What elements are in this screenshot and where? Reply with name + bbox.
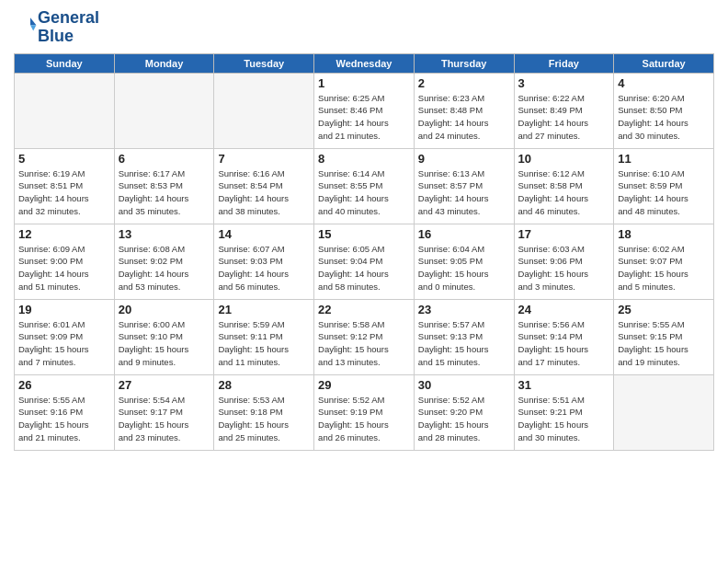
weekday-header: Monday bbox=[114, 53, 214, 73]
day-info: Sunrise: 6:23 AMSunset: 8:48 PMDaylight:… bbox=[418, 92, 510, 143]
day-number: 16 bbox=[418, 227, 510, 241]
calendar-cell: 20Sunrise: 6:00 AMSunset: 9:10 PMDayligh… bbox=[114, 299, 214, 374]
day-number: 13 bbox=[119, 227, 210, 241]
calendar-cell: 26Sunrise: 5:55 AMSunset: 9:16 PMDayligh… bbox=[15, 374, 115, 450]
calendar-cell: 11Sunrise: 6:10 AMSunset: 8:59 PMDayligh… bbox=[614, 148, 714, 224]
day-info: Sunrise: 5:55 AMSunset: 9:16 PMDaylight:… bbox=[18, 394, 110, 444]
calendar-cell: 27Sunrise: 5:54 AMSunset: 9:17 PMDayligh… bbox=[114, 374, 214, 450]
calendar-cell: 8Sunrise: 6:14 AMSunset: 8:55 PMDaylight… bbox=[314, 148, 415, 224]
day-number: 23 bbox=[418, 303, 510, 316]
calendar-cell: 1Sunrise: 6:25 AMSunset: 8:46 PMDaylight… bbox=[314, 73, 415, 148]
day-info: Sunrise: 5:51 AMSunset: 9:21 PMDaylight:… bbox=[518, 394, 610, 444]
day-info: Sunrise: 6:05 AMSunset: 9:04 PMDaylight:… bbox=[318, 243, 410, 293]
day-info: Sunrise: 6:04 AMSunset: 9:05 PMDaylight:… bbox=[418, 243, 510, 293]
day-info: Sunrise: 6:01 AMSunset: 9:09 PMDaylight:… bbox=[18, 318, 110, 369]
calendar-cell: 13Sunrise: 6:08 AMSunset: 9:02 PMDayligh… bbox=[114, 224, 214, 299]
calendar-cell: 16Sunrise: 6:04 AMSunset: 9:05 PMDayligh… bbox=[414, 224, 514, 299]
day-number: 8 bbox=[318, 152, 410, 166]
calendar-cell: 29Sunrise: 5:52 AMSunset: 9:19 PMDayligh… bbox=[314, 374, 415, 450]
calendar-cell bbox=[15, 73, 115, 148]
calendar-cell: 12Sunrise: 6:09 AMSunset: 9:00 PMDayligh… bbox=[15, 224, 115, 299]
day-number: 6 bbox=[119, 152, 210, 166]
calendar-page: General Blue SundayMondayTuesdayWednesda… bbox=[0, 0, 728, 563]
calendar-cell bbox=[614, 374, 714, 450]
calendar-cell: 10Sunrise: 6:12 AMSunset: 8:58 PMDayligh… bbox=[514, 148, 614, 224]
day-info: Sunrise: 6:12 AMSunset: 8:58 PMDaylight:… bbox=[518, 167, 610, 218]
calendar-cell: 2Sunrise: 6:23 AMSunset: 8:48 PMDaylight… bbox=[414, 73, 514, 148]
calendar-cell: 7Sunrise: 6:16 AMSunset: 8:54 PMDaylight… bbox=[214, 148, 314, 224]
day-info: Sunrise: 5:57 AMSunset: 9:13 PMDaylight:… bbox=[418, 318, 510, 369]
weekday-header: Friday bbox=[514, 53, 614, 73]
weekday-header: Thursday bbox=[414, 53, 514, 73]
weekday-header: Saturday bbox=[614, 53, 714, 73]
calendar-cell bbox=[114, 73, 214, 148]
day-number: 11 bbox=[618, 152, 710, 166]
day-info: Sunrise: 6:02 AMSunset: 9:07 PMDaylight:… bbox=[618, 243, 710, 293]
calendar-cell: 23Sunrise: 5:57 AMSunset: 9:13 PMDayligh… bbox=[414, 299, 514, 374]
logo-text: General Blue bbox=[38, 9, 99, 46]
day-info: Sunrise: 6:00 AMSunset: 9:10 PMDaylight:… bbox=[119, 318, 210, 369]
calendar-cell: 17Sunrise: 6:03 AMSunset: 9:06 PMDayligh… bbox=[514, 224, 614, 299]
calendar-cell: 5Sunrise: 6:19 AMSunset: 8:51 PMDaylight… bbox=[15, 148, 115, 224]
day-number: 26 bbox=[18, 378, 110, 392]
day-info: Sunrise: 6:19 AMSunset: 8:51 PMDaylight:… bbox=[18, 167, 110, 218]
day-info: Sunrise: 6:10 AMSunset: 8:59 PMDaylight:… bbox=[618, 167, 710, 218]
day-number: 15 bbox=[318, 227, 410, 241]
calendar-cell: 25Sunrise: 5:55 AMSunset: 9:15 PMDayligh… bbox=[614, 299, 714, 374]
day-number: 4 bbox=[618, 76, 710, 90]
day-number: 21 bbox=[218, 303, 310, 316]
day-info: Sunrise: 5:52 AMSunset: 9:19 PMDaylight:… bbox=[318, 394, 410, 444]
calendar-cell: 4Sunrise: 6:20 AMSunset: 8:50 PMDaylight… bbox=[614, 73, 714, 148]
day-number: 29 bbox=[318, 378, 410, 392]
weekday-header: Sunday bbox=[15, 53, 115, 73]
weekday-header: Wednesday bbox=[314, 53, 415, 73]
day-info: Sunrise: 6:17 AMSunset: 8:53 PMDaylight:… bbox=[119, 167, 210, 218]
calendar-cell: 19Sunrise: 6:01 AMSunset: 9:09 PMDayligh… bbox=[15, 299, 115, 374]
calendar-cell: 28Sunrise: 5:53 AMSunset: 9:18 PMDayligh… bbox=[214, 374, 314, 450]
calendar-cell: 30Sunrise: 5:52 AMSunset: 9:20 PMDayligh… bbox=[414, 374, 514, 450]
day-number: 31 bbox=[518, 378, 610, 392]
logo: General Blue bbox=[14, 9, 99, 46]
day-info: Sunrise: 6:14 AMSunset: 8:55 PMDaylight:… bbox=[318, 167, 410, 218]
day-info: Sunrise: 6:08 AMSunset: 9:02 PMDaylight:… bbox=[119, 243, 210, 293]
day-number: 2 bbox=[418, 76, 510, 90]
calendar-cell: 9Sunrise: 6:13 AMSunset: 8:57 PMDaylight… bbox=[414, 148, 514, 224]
day-info: Sunrise: 6:13 AMSunset: 8:57 PMDaylight:… bbox=[418, 167, 510, 218]
day-number: 3 bbox=[518, 76, 610, 90]
calendar-cell: 15Sunrise: 6:05 AMSunset: 9:04 PMDayligh… bbox=[314, 224, 415, 299]
day-info: Sunrise: 5:56 AMSunset: 9:14 PMDaylight:… bbox=[518, 318, 610, 369]
calendar-cell: 3Sunrise: 6:22 AMSunset: 8:49 PMDaylight… bbox=[514, 73, 614, 148]
weekday-header: Tuesday bbox=[214, 53, 314, 73]
svg-marker-0 bbox=[30, 17, 36, 25]
day-number: 20 bbox=[119, 303, 210, 316]
day-info: Sunrise: 6:20 AMSunset: 8:50 PMDaylight:… bbox=[618, 92, 710, 143]
day-number: 12 bbox=[18, 227, 110, 241]
day-info: Sunrise: 6:09 AMSunset: 9:00 PMDaylight:… bbox=[18, 243, 110, 293]
calendar-cell: 6Sunrise: 6:17 AMSunset: 8:53 PMDaylight… bbox=[114, 148, 214, 224]
day-info: Sunrise: 6:25 AMSunset: 8:46 PMDaylight:… bbox=[318, 92, 410, 143]
day-number: 1 bbox=[318, 76, 410, 90]
day-number: 14 bbox=[218, 227, 310, 241]
day-number: 7 bbox=[218, 152, 310, 166]
svg-marker-1 bbox=[30, 25, 36, 30]
day-number: 24 bbox=[518, 303, 610, 316]
calendar-cell: 18Sunrise: 6:02 AMSunset: 9:07 PMDayligh… bbox=[614, 224, 714, 299]
calendar-cell: 24Sunrise: 5:56 AMSunset: 9:14 PMDayligh… bbox=[514, 299, 614, 374]
calendar-table: SundayMondayTuesdayWednesdayThursdayFrid… bbox=[14, 53, 714, 451]
day-number: 30 bbox=[418, 378, 510, 392]
day-info: Sunrise: 5:59 AMSunset: 9:11 PMDaylight:… bbox=[218, 318, 310, 369]
day-number: 17 bbox=[518, 227, 610, 241]
day-number: 18 bbox=[618, 227, 710, 241]
day-info: Sunrise: 5:52 AMSunset: 9:20 PMDaylight:… bbox=[418, 394, 510, 444]
calendar-cell: 21Sunrise: 5:59 AMSunset: 9:11 PMDayligh… bbox=[214, 299, 314, 374]
calendar-cell: 31Sunrise: 5:51 AMSunset: 9:21 PMDayligh… bbox=[514, 374, 614, 450]
day-info: Sunrise: 5:58 AMSunset: 9:12 PMDaylight:… bbox=[318, 318, 410, 369]
day-number: 5 bbox=[18, 152, 110, 166]
day-info: Sunrise: 5:53 AMSunset: 9:18 PMDaylight:… bbox=[218, 394, 310, 444]
calendar-cell: 22Sunrise: 5:58 AMSunset: 9:12 PMDayligh… bbox=[314, 299, 415, 374]
logo-icon bbox=[16, 15, 38, 37]
day-info: Sunrise: 6:22 AMSunset: 8:49 PMDaylight:… bbox=[518, 92, 610, 143]
calendar-cell bbox=[214, 73, 314, 148]
page-header: General Blue bbox=[14, 9, 714, 46]
calendar-cell: 14Sunrise: 6:07 AMSunset: 9:03 PMDayligh… bbox=[214, 224, 314, 299]
